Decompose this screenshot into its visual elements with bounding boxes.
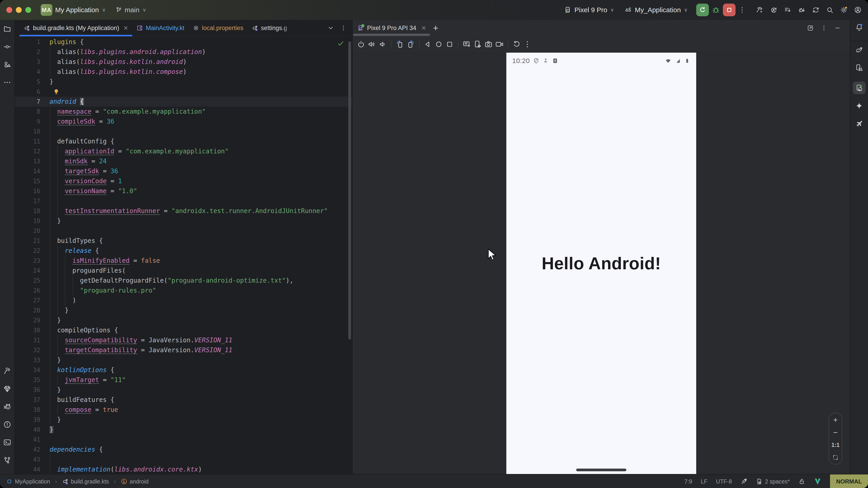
settings-icon[interactable]	[840, 6, 848, 14]
more-v-icon[interactable]	[820, 25, 827, 31]
device-manager-icon[interactable]	[855, 64, 863, 72]
tab-options-button[interactable]	[340, 25, 347, 31]
unlock-icon[interactable]	[798, 478, 805, 485]
debug-button[interactable]	[712, 6, 720, 14]
volume-up-icon[interactable]	[368, 40, 376, 48]
line-separator[interactable]: LF	[701, 478, 707, 485]
code-line-35: 35 jvmTarget = "11"	[15, 375, 352, 385]
editor-tab-1[interactable]: build.gradle.kts (My Application)✕	[20, 20, 132, 36]
fit-screen-button[interactable]	[832, 454, 839, 461]
zoom-in-button[interactable]: +	[833, 416, 838, 423]
device-name: Pixel 9 Pro	[575, 6, 607, 14]
plane-icon[interactable]	[855, 120, 863, 128]
reset-icon[interactable]	[512, 40, 521, 48]
indent-guide	[57, 147, 58, 216]
open-in-window-icon[interactable]	[807, 25, 814, 31]
problems-icon[interactable]	[3, 420, 11, 429]
stop-button[interactable]	[723, 4, 736, 16]
device-tab[interactable]: Pixel 9 Pro API 34 ✕	[357, 25, 426, 32]
close-tab-button[interactable]: ✕	[123, 25, 128, 32]
back-icon[interactable]	[424, 40, 432, 48]
build-run-icon[interactable]	[756, 6, 764, 14]
more-v-icon[interactable]	[523, 40, 532, 48]
line-number: 19	[15, 216, 40, 226]
minimize-window-button[interactable]	[16, 7, 22, 13]
project-selector[interactable]: MA My Application ∨	[41, 4, 106, 16]
code-line-1: 1plugins {	[15, 37, 352, 47]
emulator-screen[interactable]: 10:20 A Hello Android!	[506, 53, 696, 474]
snap-screen-icon[interactable]	[463, 40, 471, 48]
breadcrumb-item-build.gradle.kts[interactable]: build.gradle.kts	[62, 478, 109, 485]
search-everywhere-icon[interactable]	[826, 6, 834, 14]
line-number: 12	[15, 147, 40, 156]
active-tool-window-running-devices[interactable]	[853, 82, 866, 94]
highlighting-level-icon[interactable]	[741, 478, 747, 485]
breadcrumb-item-MyApplication[interactable]: MyApplication	[6, 478, 50, 485]
editor-tab-3[interactable]: local.properties	[188, 20, 248, 36]
close-window-button[interactable]	[6, 7, 12, 13]
profiler-icon[interactable]	[3, 402, 11, 411]
hidden-tabs-button[interactable]	[327, 25, 334, 31]
terminal-icon[interactable]	[3, 438, 11, 447]
file-encoding[interactable]: UTF-8	[716, 478, 732, 485]
editor-tab-4[interactable]: settings.g	[248, 20, 291, 36]
zoom-out-button[interactable]: −	[833, 429, 838, 436]
commit-icon[interactable]	[3, 43, 11, 51]
apply-code-changes-icon[interactable]	[784, 6, 792, 14]
device-selector[interactable]: Pixel 9 Pro ∨	[564, 6, 614, 14]
editor-scrollbar[interactable]	[348, 41, 351, 339]
notifications-bell-icon[interactable]	[855, 23, 863, 31]
volume-down-icon[interactable]	[378, 40, 387, 48]
code-line-42: 42dependencies {	[15, 445, 352, 455]
power-icon[interactable]	[357, 40, 365, 48]
run-more-options-button[interactable]	[738, 6, 746, 14]
device-settings-icon[interactable]	[473, 40, 482, 48]
close-device-tab-button[interactable]: ✕	[421, 25, 426, 32]
inspections-ok-icon[interactable]	[337, 39, 344, 47]
vim-plugin-icon[interactable]	[814, 478, 822, 485]
vim-mode-badge[interactable]: NORMAL	[830, 475, 868, 488]
gem-icon[interactable]	[3, 385, 11, 393]
profile-icon[interactable]	[854, 6, 862, 14]
branch-selector[interactable]: main ∨	[115, 6, 146, 14]
caret-position[interactable]: 7:9	[684, 478, 692, 485]
screenshot-icon[interactable]	[484, 40, 493, 48]
device-tab-scrollbar[interactable]	[353, 34, 430, 36]
gemini-icon[interactable]	[855, 102, 863, 110]
privacy-person-icon	[542, 58, 549, 64]
gradle-icon[interactable]	[855, 46, 863, 54]
code-line-43: 43	[15, 455, 352, 464]
attach-debugger-icon[interactable]	[798, 6, 806, 14]
fullscreen-window-button[interactable]	[25, 7, 31, 13]
device-content: 10:20 A Hello Android!	[352, 53, 850, 474]
more-h-icon[interactable]	[3, 78, 11, 87]
add-device-tab-button[interactable]: +	[433, 23, 438, 33]
resources-icon[interactable]	[3, 61, 11, 69]
apply-changes-restart-icon[interactable]	[770, 6, 778, 14]
android-app-icon	[624, 6, 632, 14]
sync-project-icon[interactable]	[812, 6, 819, 14]
rotate-right-icon[interactable]	[406, 40, 415, 48]
line-number: 17	[15, 196, 40, 206]
home-icon[interactable]	[434, 40, 443, 48]
git-icon[interactable]	[3, 456, 11, 464]
code-line-18: 18 testInstrumentationRunner = "androidx…	[15, 206, 352, 216]
rotate-left-icon[interactable]	[396, 40, 404, 48]
screen-record-icon[interactable]	[495, 40, 504, 48]
indent-setting[interactable]: 2 spaces*	[756, 478, 790, 485]
folder-icon[interactable]	[3, 25, 11, 33]
breadcrumb-item-android[interactable]: android	[121, 478, 149, 485]
running-devices-icon[interactable]	[855, 84, 863, 92]
run-config-selector[interactable]: My_Application ∨	[624, 6, 688, 14]
zoom-ratio-button[interactable]: 1:1	[831, 442, 839, 448]
code-line-36: 36 }	[15, 385, 352, 395]
intention-bulb-icon[interactable]	[53, 88, 60, 95]
hammer-icon[interactable]	[3, 367, 11, 375]
overview-icon[interactable]	[445, 40, 454, 48]
indent-guide	[50, 47, 50, 77]
code-editor[interactable]: 1plugins {2 alias(libs.plugins.android.a…	[15, 36, 352, 474]
gesture-navigation-bar[interactable]	[576, 468, 626, 471]
minimize-icon[interactable]	[834, 25, 841, 31]
rerun-button[interactable]	[696, 4, 709, 16]
editor-tab-2[interactable]: MainActivity.kt	[132, 20, 188, 36]
